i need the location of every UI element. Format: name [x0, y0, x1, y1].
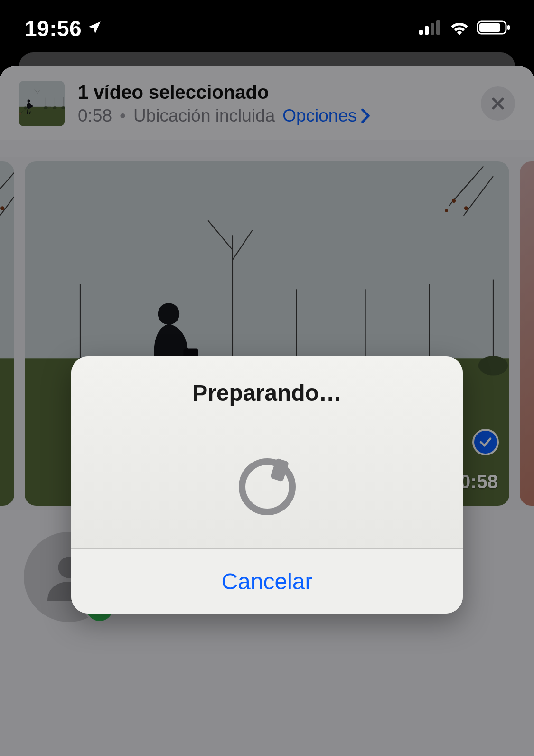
svg-rect-33: [425, 26, 429, 35]
svg-rect-35: [436, 20, 440, 35]
alert-title: Preparando…: [192, 380, 342, 406]
status-bar: 19:56: [0, 0, 534, 57]
svg-rect-32: [419, 30, 423, 35]
svg-rect-37: [479, 23, 500, 32]
cellular-icon: [419, 20, 442, 37]
svg-rect-38: [507, 25, 510, 30]
location-services-icon: [86, 19, 103, 38]
cancel-button[interactable]: Cancelar: [71, 549, 463, 614]
svg-rect-34: [431, 23, 434, 35]
wifi-icon: [449, 20, 470, 37]
progress-spinner-icon: [239, 458, 296, 515]
status-time: 19:56: [25, 16, 82, 41]
cancel-label: Cancelar: [221, 568, 312, 595]
preparing-alert: Preparando… Cancelar: [71, 356, 463, 614]
battery-icon: [477, 20, 511, 37]
